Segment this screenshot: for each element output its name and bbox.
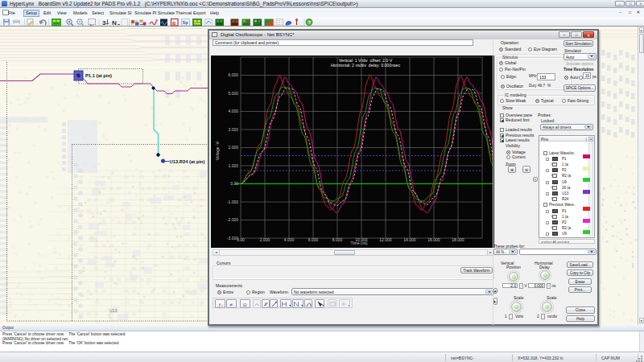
svg-text:Voltage -V-: Voltage -V- <box>215 140 220 160</box>
svg-text:P1.1 (at pin): P1.1 (at pin) <box>85 73 112 78</box>
svg-text:2.000: 2.000 <box>228 145 238 150</box>
svg-text:4.000: 4.000 <box>228 109 238 113</box>
svg-text:5.000: 5.000 <box>228 91 238 96</box>
svg-text:N: N <box>112 19 117 27</box>
svg-text:1.000: 1.000 <box>228 163 238 168</box>
svg-text:6.000: 6.000 <box>308 237 319 242</box>
svg-text:12.000: 12.000 <box>379 237 392 242</box>
svg-text:3.000: 3.000 <box>228 127 238 132</box>
svg-text:Ω: Ω <box>243 302 247 307</box>
svg-text:Time (ns): Time (ns) <box>351 241 368 245</box>
svg-text:U13: U13 <box>109 308 117 313</box>
svg-text:14.000: 14.000 <box>403 237 416 242</box>
svg-text:0.00: 0.00 <box>237 237 245 242</box>
svg-text:18.000: 18.000 <box>452 237 464 242</box>
svg-text:-1.000: -1.000 <box>227 200 238 204</box>
svg-text:?: ? <box>308 20 312 25</box>
svg-text:ƒ↓: ƒ↓ <box>218 302 223 307</box>
svg-text:B: B <box>172 21 176 26</box>
svg-text:Sp: Sp <box>183 20 189 25</box>
svg-text:U13.R24 (at pin): U13.R24 (at pin) <box>170 159 205 164</box>
svg-text:8.000: 8.000 <box>332 237 343 242</box>
svg-text:4.000: 4.000 <box>284 237 295 242</box>
svg-text:Horizontal: 2 ns/div delay: 0: Horizontal: 2 ns/div delay: 0.000nsec <box>331 63 401 68</box>
svg-text:Vertical: 1 V/div offset: 2.0: Vertical: 1 V/div offset: 2.0 V <box>339 58 393 63</box>
svg-text:2.000: 2.000 <box>260 237 270 242</box>
svg-text:6.000: 6.000 <box>228 72 238 77</box>
svg-text:3: 3 <box>102 19 106 27</box>
svg-text:0.00: 0.00 <box>230 181 238 186</box>
svg-text:-2.000: -2.000 <box>227 217 238 222</box>
svg-text:16.000: 16.000 <box>427 237 440 242</box>
svg-text:≠: ≠ <box>230 302 233 307</box>
